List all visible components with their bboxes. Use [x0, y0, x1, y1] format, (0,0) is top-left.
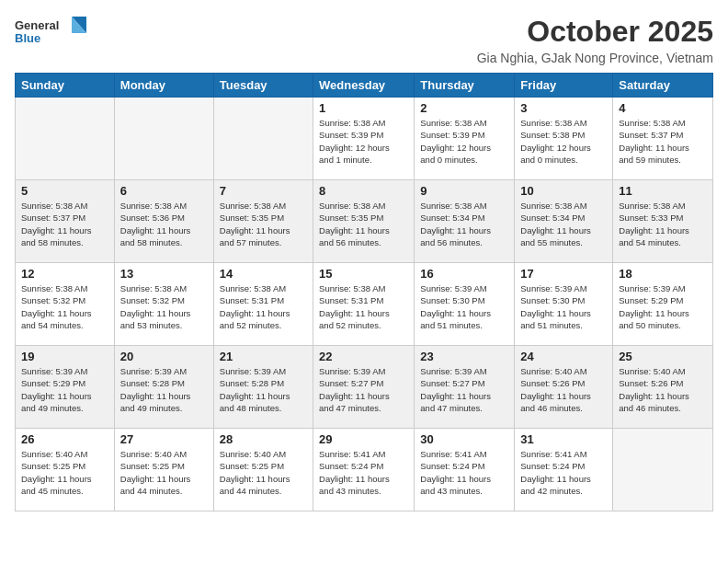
day-number: 21 — [220, 350, 307, 363]
calendar-cell: 18Sunrise: 5:39 AM Sunset: 5:29 PM Dayli… — [613, 263, 713, 346]
calendar-cell: 30Sunrise: 5:41 AM Sunset: 5:24 PM Dayli… — [415, 429, 515, 511]
day-number: 19 — [21, 350, 108, 363]
day-number: 29 — [319, 432, 408, 446]
logo-svg: General Blue — [15, 15, 88, 50]
calendar-cell: 15Sunrise: 5:38 AM Sunset: 5:31 PM Dayli… — [313, 263, 415, 346]
weekday-header-sunday: Sunday — [16, 74, 115, 98]
weekday-header-row: SundayMondayTuesdayWednesdayThursdayFrid… — [16, 74, 713, 98]
calendar-cell: 17Sunrise: 5:39 AM Sunset: 5:30 PM Dayli… — [515, 263, 613, 346]
day-number: 6 — [120, 184, 208, 198]
day-info: Sunrise: 5:38 AM Sunset: 5:35 PM Dayligh… — [220, 200, 307, 248]
calendar-cell: 9Sunrise: 5:38 AM Sunset: 5:34 PM Daylig… — [415, 180, 515, 263]
day-info: Sunrise: 5:38 AM Sunset: 5:38 PM Dayligh… — [520, 117, 607, 166]
calendar-week-4: 19Sunrise: 5:39 AM Sunset: 5:29 PM Dayli… — [16, 346, 713, 429]
day-info: Sunrise: 5:41 AM Sunset: 5:24 PM Dayligh… — [319, 448, 408, 497]
day-info: Sunrise: 5:39 AM Sunset: 5:30 PM Dayligh… — [520, 282, 607, 331]
day-info: Sunrise: 5:38 AM Sunset: 5:32 PM Dayligh… — [21, 282, 108, 331]
weekday-header-friday: Friday — [515, 74, 613, 98]
day-number: 8 — [319, 184, 408, 198]
svg-text:Blue: Blue — [15, 31, 40, 45]
day-info: Sunrise: 5:38 AM Sunset: 5:34 PM Dayligh… — [420, 200, 508, 248]
day-number: 24 — [520, 350, 607, 363]
day-info: Sunrise: 5:39 AM Sunset: 5:29 PM Dayligh… — [21, 365, 108, 414]
day-number: 16 — [420, 267, 508, 281]
day-info: Sunrise: 5:38 AM Sunset: 5:31 PM Dayligh… — [220, 282, 307, 331]
day-info: Sunrise: 5:39 AM Sunset: 5:27 PM Dayligh… — [319, 365, 408, 414]
calendar-cell: 20Sunrise: 5:39 AM Sunset: 5:28 PM Dayli… — [114, 346, 213, 429]
calendar-week-1: 1Sunrise: 5:38 AM Sunset: 5:39 PM Daylig… — [16, 98, 713, 180]
day-number: 4 — [619, 101, 707, 115]
day-info: Sunrise: 5:39 AM Sunset: 5:29 PM Dayligh… — [619, 282, 707, 331]
calendar-cell: 22Sunrise: 5:39 AM Sunset: 5:27 PM Dayli… — [313, 346, 415, 429]
day-info: Sunrise: 5:40 AM Sunset: 5:25 PM Dayligh… — [21, 448, 108, 497]
calendar-cell — [613, 429, 713, 511]
calendar-week-3: 12Sunrise: 5:38 AM Sunset: 5:32 PM Dayli… — [16, 263, 713, 346]
day-number: 10 — [520, 184, 607, 198]
day-number: 26 — [21, 432, 108, 446]
weekday-header-wednesday: Wednesday — [313, 74, 415, 98]
day-number: 1 — [319, 101, 408, 115]
day-info: Sunrise: 5:39 AM Sunset: 5:28 PM Dayligh… — [220, 365, 307, 414]
calendar-cell — [16, 98, 115, 180]
day-number: 15 — [319, 267, 408, 281]
day-info: Sunrise: 5:40 AM Sunset: 5:25 PM Dayligh… — [120, 448, 208, 497]
day-info: Sunrise: 5:38 AM Sunset: 5:32 PM Dayligh… — [120, 282, 208, 331]
day-info: Sunrise: 5:38 AM Sunset: 5:35 PM Dayligh… — [319, 200, 408, 248]
calendar-cell: 8Sunrise: 5:38 AM Sunset: 5:35 PM Daylig… — [313, 180, 415, 263]
calendar-cell: 6Sunrise: 5:38 AM Sunset: 5:36 PM Daylig… — [114, 180, 213, 263]
day-info: Sunrise: 5:40 AM Sunset: 5:26 PM Dayligh… — [619, 365, 707, 414]
calendar-cell: 13Sunrise: 5:38 AM Sunset: 5:32 PM Dayli… — [114, 263, 213, 346]
day-info: Sunrise: 5:38 AM Sunset: 5:39 PM Dayligh… — [319, 117, 408, 166]
day-number: 27 — [120, 432, 208, 446]
day-info: Sunrise: 5:38 AM Sunset: 5:37 PM Dayligh… — [619, 117, 707, 166]
calendar-cell: 2Sunrise: 5:38 AM Sunset: 5:39 PM Daylig… — [415, 98, 515, 180]
title-block: October 2025 Gia Nghia, GJak Nong Provin… — [477, 15, 713, 65]
calendar-table: SundayMondayTuesdayWednesdayThursdayFrid… — [15, 73, 713, 511]
day-info: Sunrise: 5:39 AM Sunset: 5:30 PM Dayligh… — [420, 282, 508, 331]
day-number: 7 — [220, 184, 307, 198]
calendar-cell: 1Sunrise: 5:38 AM Sunset: 5:39 PM Daylig… — [313, 98, 415, 180]
calendar-cell: 29Sunrise: 5:41 AM Sunset: 5:24 PM Dayli… — [313, 429, 415, 511]
calendar-cell — [114, 98, 213, 180]
calendar-week-2: 5Sunrise: 5:38 AM Sunset: 5:37 PM Daylig… — [16, 180, 713, 263]
weekday-header-tuesday: Tuesday — [213, 74, 313, 98]
day-info: Sunrise: 5:40 AM Sunset: 5:25 PM Dayligh… — [220, 448, 307, 497]
day-number: 17 — [520, 267, 607, 281]
day-number: 5 — [21, 184, 108, 198]
weekday-header-saturday: Saturday — [613, 74, 713, 98]
day-number: 23 — [420, 350, 508, 363]
weekday-header-thursday: Thursday — [415, 74, 515, 98]
day-info: Sunrise: 5:38 AM Sunset: 5:31 PM Dayligh… — [319, 282, 408, 331]
calendar-cell: 27Sunrise: 5:40 AM Sunset: 5:25 PM Dayli… — [114, 429, 213, 511]
day-info: Sunrise: 5:41 AM Sunset: 5:24 PM Dayligh… — [420, 448, 508, 497]
calendar-cell: 23Sunrise: 5:39 AM Sunset: 5:27 PM Dayli… — [415, 346, 515, 429]
calendar-cell: 31Sunrise: 5:41 AM Sunset: 5:24 PM Dayli… — [515, 429, 613, 511]
day-number: 2 — [420, 101, 508, 115]
calendar-cell: 28Sunrise: 5:40 AM Sunset: 5:25 PM Dayli… — [213, 429, 313, 511]
weekday-header-monday: Monday — [114, 74, 213, 98]
calendar-cell: 24Sunrise: 5:40 AM Sunset: 5:26 PM Dayli… — [515, 346, 613, 429]
day-number: 13 — [120, 267, 208, 281]
day-info: Sunrise: 5:38 AM Sunset: 5:33 PM Dayligh… — [619, 200, 707, 248]
day-info: Sunrise: 5:39 AM Sunset: 5:28 PM Dayligh… — [120, 365, 208, 414]
day-number: 22 — [319, 350, 408, 363]
calendar-week-5: 26Sunrise: 5:40 AM Sunset: 5:25 PM Dayli… — [16, 429, 713, 511]
day-number: 20 — [120, 350, 208, 363]
calendar-cell: 26Sunrise: 5:40 AM Sunset: 5:25 PM Dayli… — [16, 429, 115, 511]
calendar-cell: 11Sunrise: 5:38 AM Sunset: 5:33 PM Dayli… — [613, 180, 713, 263]
day-info: Sunrise: 5:38 AM Sunset: 5:39 PM Dayligh… — [420, 117, 508, 166]
day-number: 18 — [619, 267, 707, 281]
calendar-cell: 5Sunrise: 5:38 AM Sunset: 5:37 PM Daylig… — [16, 180, 115, 263]
calendar-cell: 21Sunrise: 5:39 AM Sunset: 5:28 PM Dayli… — [213, 346, 313, 429]
calendar-cell: 19Sunrise: 5:39 AM Sunset: 5:29 PM Dayli… — [16, 346, 115, 429]
day-number: 30 — [420, 432, 508, 446]
day-number: 3 — [520, 101, 607, 115]
day-number: 28 — [220, 432, 307, 446]
calendar-cell: 12Sunrise: 5:38 AM Sunset: 5:32 PM Dayli… — [16, 263, 115, 346]
day-number: 14 — [220, 267, 307, 281]
calendar-cell: 14Sunrise: 5:38 AM Sunset: 5:31 PM Dayli… — [213, 263, 313, 346]
month-title: October 2025 — [477, 15, 713, 49]
day-info: Sunrise: 5:40 AM Sunset: 5:26 PM Dayligh… — [520, 365, 607, 414]
day-info: Sunrise: 5:38 AM Sunset: 5:34 PM Dayligh… — [520, 200, 607, 248]
page-header: General Blue October 2025 Gia Nghia, GJa… — [15, 15, 713, 65]
